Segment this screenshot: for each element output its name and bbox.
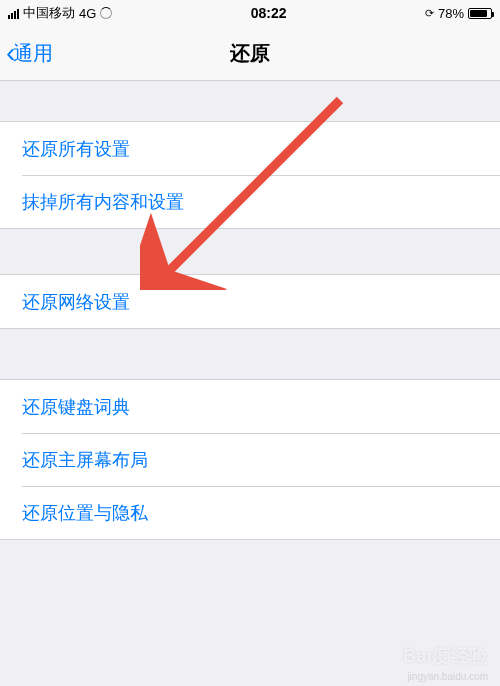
row-label: 还原主屏幕布局 — [22, 448, 148, 472]
row-label: 还原所有设置 — [22, 137, 130, 161]
watermark-sub: jingyan.baidu.com — [407, 671, 488, 682]
status-bar: 中国移动 4G 08:22 ⟳ 78% — [0, 0, 500, 26]
row-label: 还原网络设置 — [22, 290, 130, 314]
battery-pct-label: 78% — [438, 6, 464, 21]
settings-group-3: 还原键盘词典 还原主屏幕布局 还原位置与隐私 — [0, 379, 500, 540]
back-label: 通用 — [13, 40, 53, 67]
carrier-label: 中国移动 — [23, 4, 75, 22]
reset-all-settings[interactable]: 还原所有设置 — [0, 122, 500, 175]
clock-label: 08:22 — [251, 5, 287, 21]
status-right: ⟳ 78% — [425, 6, 492, 21]
battery-icon — [468, 8, 492, 19]
reset-network-settings[interactable]: 还原网络设置 — [0, 275, 500, 328]
orientation-lock-icon: ⟳ — [425, 7, 434, 20]
row-label: 抹掉所有内容和设置 — [22, 190, 184, 214]
reset-home-layout[interactable]: 还原主屏幕布局 — [0, 433, 500, 486]
network-label: 4G — [79, 6, 96, 21]
signal-icon — [8, 8, 19, 19]
settings-group-1: 还原所有设置 抹掉所有内容和设置 — [0, 121, 500, 229]
settings-group-2: 还原网络设置 — [0, 274, 500, 329]
back-button[interactable]: ‹ 通用 — [0, 39, 53, 67]
status-left: 中国移动 4G — [8, 4, 112, 22]
page-title: 还原 — [0, 40, 500, 67]
loading-spinner-icon — [100, 7, 112, 19]
reset-keyboard-dict[interactable]: 还原键盘词典 — [0, 380, 500, 433]
row-label: 还原位置与隐私 — [22, 501, 148, 525]
row-label: 还原键盘词典 — [22, 395, 130, 419]
nav-bar: ‹ 通用 还原 — [0, 26, 500, 81]
reset-location-privacy[interactable]: 还原位置与隐私 — [0, 486, 500, 539]
erase-all-content[interactable]: 抹掉所有内容和设置 — [0, 175, 500, 228]
watermark: Bai度经验 — [403, 644, 488, 668]
